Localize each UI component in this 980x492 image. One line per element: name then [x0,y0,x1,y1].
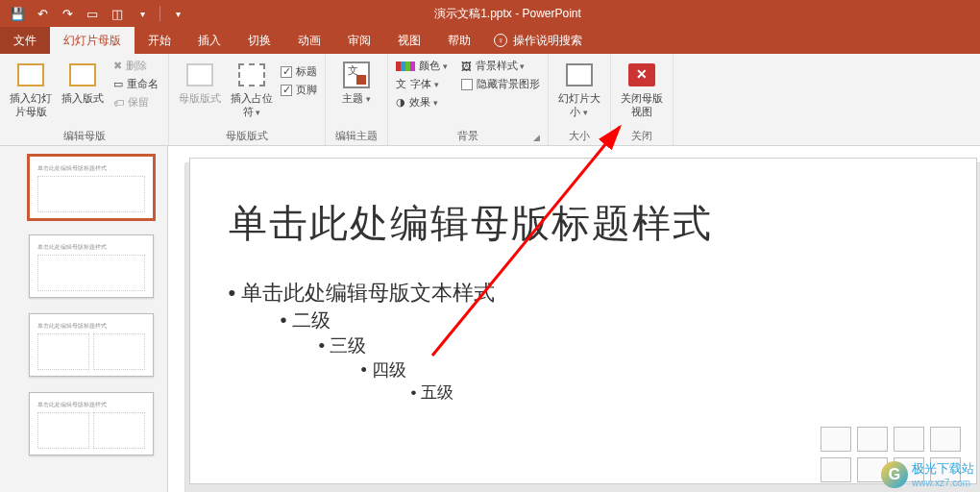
qat-customize-icon[interactable]: ▾ [131,2,154,25]
document-title: 演示文稿1.pptx - PowerPoint [189,6,826,22]
tab-slide-master[interactable]: 幻灯片母版 [50,27,135,54]
text-level-3: 三级 [319,333,938,358]
placeholder-icon [236,60,267,90]
text-level-4: 四级 [361,358,938,381]
smartart-icon[interactable] [894,427,924,452]
group-master-layout-label: 母版版式 [177,127,317,143]
slide-size-button[interactable]: 幻灯片大小 [556,58,602,119]
effects-button[interactable]: ◑效果 [396,94,448,111]
tab-file[interactable]: 文件 [0,27,50,54]
qat-extra-icon[interactable]: ◫ [106,2,129,25]
bg-styles-icon: 🖼 [461,61,472,72]
insert-layout-button[interactable]: 插入版式 [60,58,106,106]
tab-view[interactable]: 视图 [384,27,434,54]
watermark: G 极光下载站 www.xz7.com [881,460,974,488]
hide-bg-checkbox[interactable]: 隐藏背景图形 [461,76,540,92]
insert-slide-master-button[interactable]: 插入幻灯片母版 [8,58,54,119]
slide-master-icon [15,60,46,90]
tab-transitions[interactable]: 切换 [234,27,284,54]
group-close: ✕ 关闭母版视图 关闭 [611,54,674,145]
master-layout-button: 母版版式 [177,58,223,106]
tab-home[interactable]: 开始 [135,27,184,54]
save-icon[interactable]: 💾 [6,2,29,25]
themes-icon [341,60,372,90]
close-master-view-button[interactable]: ✕ 关闭母版视图 [619,58,665,119]
fonts-icon: 文 [396,77,406,91]
watermark-url: www.xz7.com [912,478,974,488]
vertical-ruler [168,163,185,492]
text-level-5: 五级 [411,381,938,404]
title-checkbox[interactable]: ✓标题 [281,63,317,80]
redo-icon[interactable]: ↷ [56,2,79,25]
master-title-placeholder[interactable]: 单击此处编辑母版标题样式 [229,197,938,250]
tab-help[interactable]: 帮助 [434,27,484,54]
table-icon[interactable] [821,427,851,452]
fonts-button[interactable]: 文字体 [396,76,448,92]
group-background-label: 背景◢ [396,127,540,143]
lightbulb-icon: ♀ [494,34,507,47]
undo-icon[interactable]: ↶ [31,2,54,25]
tell-me-search[interactable]: ♀ 操作说明搜索 [484,27,592,54]
tell-me-label: 操作说明搜索 [513,33,582,49]
layout-thumbnail[interactable]: 单击此处编辑母版标题样式 [29,392,154,455]
qat-overflow-icon[interactable]: ▾ [166,2,189,25]
rename-icon: ▭ [113,78,123,90]
master-text-placeholder[interactable]: 单击此处编辑母版文本样式 二级 三级 四级 五级 [229,279,938,404]
footer-checkbox[interactable]: ✓页脚 [281,82,317,98]
close-icon: ✕ [626,60,657,90]
layout-icon [67,60,98,90]
rename-button[interactable]: ▭重命名 [111,76,160,92]
watermark-logo-icon: G [881,461,908,488]
master-layout-icon [184,60,215,90]
group-edit-master: 插入幻灯片母版 插入版式 ✖删除 ▭重命名 🏷保留 编辑母版 [0,54,169,145]
insert-placeholder-button[interactable]: 插入占位符 [229,58,275,119]
slide-size-icon [564,60,595,90]
text-level-1: 单击此处编辑母版文本样式 [229,279,938,308]
text-level-2: 二级 [281,308,938,333]
chart-icon[interactable] [857,427,888,452]
effects-icon: ◑ [396,96,405,109]
tab-animations[interactable]: 动画 [284,27,334,54]
group-edit-master-label: 编辑母版 [8,127,160,143]
group-edit-theme: 主题 编辑主题 [326,54,388,145]
group-close-label: 关闭 [619,127,665,143]
tab-review[interactable]: 审阅 [334,27,384,54]
thumb-title: 单击此处编辑母版标题样式 [37,243,145,252]
group-background: 颜色 文字体 ◑效果 🖼背景样式 隐藏背景图形 背景◢ [388,54,549,145]
colors-icon [396,62,415,71]
bg-styles-button[interactable]: 🖼背景样式 [461,58,540,74]
watermark-name: 极光下载站 [912,461,974,476]
themes-button[interactable]: 主题 [333,58,380,106]
layout-thumbnail[interactable]: 单击此处编辑母版标题样式 [29,313,154,377]
slide-editor[interactable]: 单击此处编辑母版标题样式 单击此处编辑母版文本样式 二级 三级 四级 五级 [168,146,980,492]
group-size-label: 大小 [556,127,602,143]
group-size: 幻灯片大小 大小 [549,54,611,145]
thumb-title: 单击此处编辑母版标题样式 [37,322,145,331]
3d-model-icon[interactable] [930,427,961,452]
colors-button[interactable]: 颜色 [396,58,448,74]
picture-icon[interactable] [821,457,851,482]
master-slide[interactable]: 单击此处编辑母版标题样式 单击此处编辑母版文本样式 二级 三级 四级 五级 [189,158,977,484]
insert-layout-label: 插入版式 [61,92,104,106]
layout-thumbnail[interactable]: 单击此处编辑母版标题样式 [29,234,154,298]
delete-button: ✖删除 [111,58,160,74]
thumb-title: 单击此处编辑母版标题样式 [37,164,145,173]
thumb-title: 单击此处编辑母版标题样式 [37,401,145,409]
checkbox-icon: ✓ [281,85,292,96]
insert-slide-master-label: 插入幻灯片母版 [8,92,54,119]
checkbox-icon [461,79,473,90]
checkbox-icon: ✓ [281,66,292,78]
tab-insert[interactable]: 插入 [184,27,234,54]
delete-icon: ✖ [113,60,122,72]
preserve-icon: 🏷 [113,97,124,109]
group-master-layout: 母版版式 插入占位符 ✓标题 ✓页脚 母版版式 [169,54,326,145]
start-from-beginning-icon[interactable]: ▭ [81,2,104,25]
group-edit-theme-label: 编辑主题 [333,127,380,143]
dialog-launcher-icon[interactable]: ◢ [533,133,540,142]
slide-thumbnails-pane[interactable]: 单击此处编辑母版标题样式 单击此处编辑母版标题样式 单击此处编辑母版标题样式 单… [0,146,168,492]
preserve-button: 🏷保留 [111,94,160,111]
master-thumbnail[interactable]: 单击此处编辑母版标题样式 [29,156,154,219]
